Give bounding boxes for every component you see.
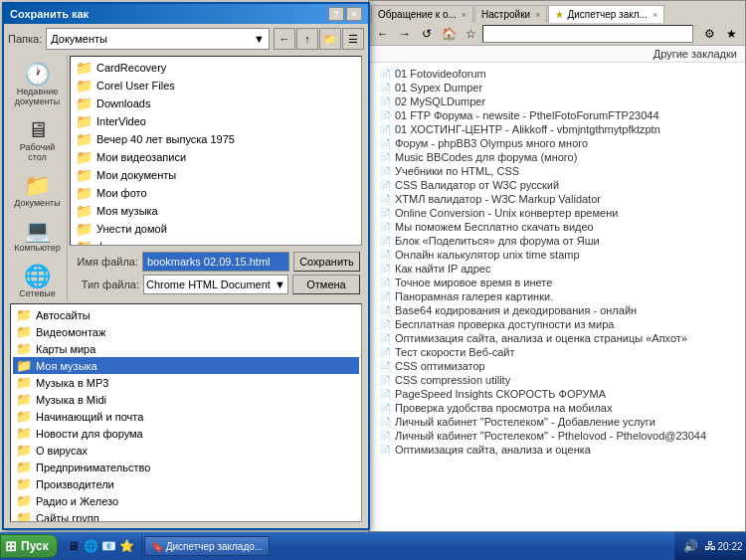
tab-bookmarks[interactable]: ★ Диспетчер закл... ×: [548, 5, 664, 23]
cancel-button[interactable]: Отмена: [292, 275, 360, 294]
tab-close-3[interactable]: ×: [653, 10, 657, 20]
bookmark-item[interactable]: 📄Base64 кодирования и декодирования - он…: [377, 303, 737, 317]
dialog-title: Сохранить как: [10, 8, 89, 20]
folder-item[interactable]: 📁Карты мира: [13, 340, 359, 357]
bookmark-page-icon: 📄: [379, 138, 391, 149]
sidebar-item-network[interactable]: 🌐 Сетевыем.: [10, 260, 66, 301]
bookmark-item[interactable]: 📄01 Fotovideoforum: [377, 67, 737, 81]
bookmark-label: Блок «Поделиться» для форума от Яши: [395, 235, 600, 247]
dialog-question-button[interactable]: ?: [328, 7, 344, 21]
filetype-select[interactable]: Chrome HTML Document ▼: [143, 275, 288, 294]
bookmark-item[interactable]: 📄Online Conversion - Unix конвертер врем…: [377, 206, 737, 220]
bookmark-item[interactable]: 📄Личный кабинет "Ростелеком" - Pthelovod…: [377, 429, 737, 443]
quick-launch-2[interactable]: 🌐: [84, 538, 99, 554]
folder-item[interactable]: 📁Радио и Железо: [13, 492, 359, 509]
file-item[interactable]: 📁Мои документы: [73, 166, 359, 184]
folder-item[interactable]: 📁Музыка в Midi: [13, 391, 359, 408]
extensions-button[interactable]: ★: [721, 25, 741, 43]
bookmark-item[interactable]: 📄Тест скорости Веб-сайт: [377, 345, 737, 359]
bookmark-item[interactable]: 📄Панорамная галерея картинки.: [377, 289, 737, 303]
view-button[interactable]: ☰: [342, 28, 364, 50]
folder-item[interactable]: 📁Музыка в MP3: [13, 374, 359, 391]
bookmark-item[interactable]: 📄01 ХОСТИНГ-ЦЕНТР - Alikkoff - vbmjntgth…: [377, 122, 737, 136]
sidebar-item-desktop[interactable]: 🖥 Рабочийстол: [10, 113, 66, 167]
forward-button[interactable]: →: [395, 25, 415, 43]
tab-obrashenije[interactable]: Обращение к о... ×: [371, 5, 473, 23]
file-item[interactable]: 📁Downloads: [73, 94, 359, 112]
save-button[interactable]: Сохранить: [293, 252, 360, 272]
file-item[interactable]: 📁Мои видеозаписи: [73, 148, 359, 166]
active-window-button[interactable]: 🔖 Диспетчер закладо...: [144, 536, 270, 556]
bookmark-item[interactable]: 📄01 FTP Форума - newsite - PthеlFotoForu…: [377, 108, 737, 122]
address-bar[interactable]: [482, 25, 693, 43]
bookmark-item[interactable]: 📄Точное мировое время в инете: [377, 276, 737, 289]
bookmark-item[interactable]: 📄CSS compression utility: [377, 373, 737, 387]
reload-button[interactable]: ↺: [417, 25, 437, 43]
other-bookmarks[interactable]: Другие закладки: [653, 48, 737, 60]
bookmark-item[interactable]: 📄Как найти IP адрес: [377, 262, 737, 276]
tab-close-1[interactable]: ×: [462, 10, 466, 20]
home-button[interactable]: 🏠: [439, 25, 459, 43]
network-tray-icon[interactable]: 🖧: [702, 538, 718, 554]
sidebar-item-computer[interactable]: 💻 Компьютер: [10, 214, 66, 258]
bookmark-label: Учебники по HTML, CSS: [395, 165, 519, 177]
folder-select[interactable]: Документы ▼: [46, 28, 270, 50]
sidebar-item-recent[interactable]: 🕐 Недавниедокументы: [10, 58, 66, 111]
quick-launch-4[interactable]: ⭐: [119, 538, 135, 554]
back-folder-button[interactable]: ←: [274, 28, 295, 50]
bookmark-item[interactable]: 📄02 MySQLDumper: [377, 94, 737, 108]
new-folder-button[interactable]: 📁: [319, 28, 341, 50]
start-button[interactable]: ⊞ Пуск: [0, 534, 58, 558]
bookmark-item[interactable]: 📄CSS Валидатор от W3C русский: [377, 178, 737, 192]
bookmark-item[interactable]: 📄Онлайн калькулятор unix time stamp: [377, 248, 737, 262]
file-item[interactable]: 📁Унести домой: [73, 220, 359, 238]
folder-item[interactable]: 📁Предпринимательство: [13, 459, 359, 475]
bookmark-item[interactable]: 📄Оптимизация сайта, анализа и оценка стр…: [377, 331, 737, 345]
back-button[interactable]: ←: [373, 25, 393, 43]
bookmark-item[interactable]: 📄Проверка удобства просмотра на мобилах: [377, 401, 737, 415]
dialog-filelist: 📁CardRecovery📁Corel User Files📁Downloads…: [68, 54, 364, 301]
bookmark-item[interactable]: 📄Бесплатная проверка доступности из мира: [377, 317, 737, 331]
folder-item[interactable]: 📁Начинающий и почта: [13, 408, 359, 425]
up-folder-button[interactable]: ↑: [296, 28, 318, 50]
bookmark-label: Как найти IP адрес: [395, 263, 491, 275]
bookmark-item[interactable]: 📄Блок «Поделиться» для форума от Яши: [377, 234, 737, 248]
bookmark-item[interactable]: 📄Личный кабинет "Ростелеком" - Добавлени…: [377, 415, 737, 429]
folders-panel[interactable]: 📁Автосайты📁Видеомонтаж📁Карты мира📁Моя му…: [10, 303, 362, 522]
bookmark-item[interactable]: 📄Оптимизация сайта, анализа и оценка: [377, 443, 737, 457]
folder-item[interactable]: 📁Производители: [13, 475, 359, 492]
quick-launch-3[interactable]: 📧: [101, 538, 117, 554]
filelist-area[interactable]: 📁CardRecovery📁Corel User Files📁Downloads…: [70, 56, 362, 246]
folder-item[interactable]: 📁Сайты групп: [13, 509, 359, 522]
tools-button[interactable]: ⚙: [699, 25, 719, 43]
folder-item[interactable]: 📁Новости для форума: [13, 425, 359, 442]
bookmark-item[interactable]: 📄CSS оптимизатор: [377, 359, 737, 373]
file-item[interactable]: 📁Моя музыка: [73, 202, 359, 220]
bookmark-item[interactable]: 📄ХТМЛ валидатор - W3C Markup Validator: [377, 192, 737, 206]
folder-item[interactable]: 📁О вирусах: [13, 442, 359, 459]
bookmark-item[interactable]: 📄Форум - phpBB3 Olympus много много: [377, 136, 737, 150]
dialog-close-button[interactable]: ×: [346, 7, 362, 21]
file-item[interactable]: 📁фотозахват: [73, 238, 359, 246]
star-button[interactable]: ☆: [461, 25, 480, 43]
file-item[interactable]: 📁Мои фото: [73, 184, 359, 202]
quick-launch-1[interactable]: 🖥: [66, 538, 82, 554]
folder-item[interactable]: 📁Автосайты: [13, 306, 359, 323]
file-item[interactable]: 📁Вечер 40 лет выпуска 1975: [73, 130, 359, 148]
bookmark-item[interactable]: 📄PageSpeed Insights СКОРОСТЬ ФОРУМА: [377, 387, 737, 401]
bookmark-item[interactable]: 📄Music BBCodes для форума (много): [377, 150, 737, 164]
bookmark-item[interactable]: 📄Учебники по HTML, CSS: [377, 164, 737, 178]
folder-item[interactable]: 📁Моя музыка: [13, 357, 359, 374]
tab-settings[interactable]: Настройки ×: [474, 5, 547, 23]
filename-input[interactable]: [142, 252, 289, 272]
bookmark-page-icon: 📄: [379, 152, 391, 163]
file-item[interactable]: 📁Corel User Files: [73, 77, 359, 94]
tab-close-2[interactable]: ×: [535, 10, 540, 20]
folder-item[interactable]: 📁Видеомонтаж: [13, 323, 359, 340]
file-item[interactable]: 📁InterVideo: [73, 112, 359, 130]
bookmark-item[interactable]: 📄01 Sypex Dumper: [377, 81, 737, 94]
volume-icon[interactable]: 🔊: [682, 538, 698, 554]
sidebar-item-documents[interactable]: 📁 Документы: [10, 169, 66, 213]
file-item[interactable]: 📁CardRecovery: [73, 59, 359, 77]
bookmark-item[interactable]: 📄Мы поможем Бесплатно скачать видео: [377, 220, 737, 234]
